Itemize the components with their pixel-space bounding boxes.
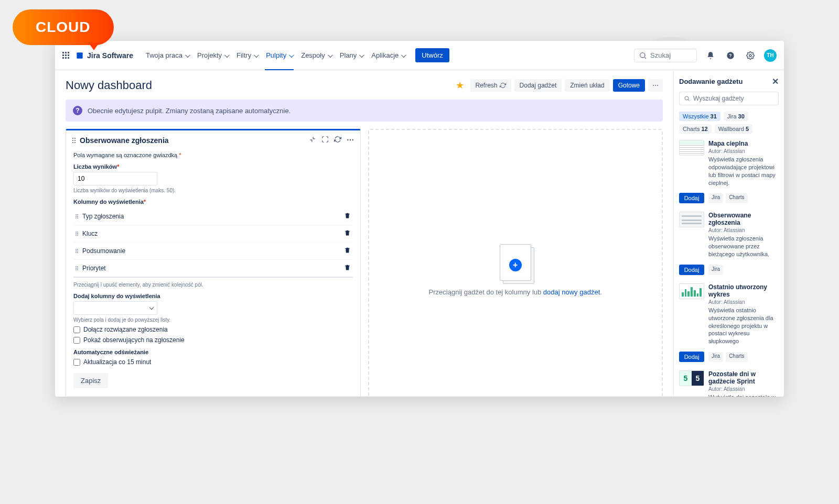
chevron-down-icon bbox=[327, 51, 331, 59]
nav-item-plany[interactable]: Plany bbox=[336, 41, 368, 70]
gadget-library-item: 55Pozostałe dni w gadżecie SprintAutor: … bbox=[679, 370, 779, 397]
trash-icon[interactable] bbox=[344, 247, 351, 255]
gadget-name: Mapa cieplna bbox=[708, 140, 779, 147]
results-input[interactable] bbox=[73, 172, 157, 185]
close-icon[interactable]: ✕ bbox=[772, 76, 779, 86]
gadget-category-tag: Charts bbox=[726, 193, 747, 203]
filter-tag-wallboard[interactable]: Wallboard 5 bbox=[715, 124, 752, 134]
change-layout-button[interactable]: Zmień układ bbox=[565, 79, 609, 92]
gadget-category-tag: Jira bbox=[708, 193, 723, 203]
more-actions-button[interactable]: ⋯ bbox=[648, 79, 663, 92]
settings-icon[interactable] bbox=[744, 49, 757, 62]
gadget-name: Obserwowane zgłoszenia bbox=[708, 212, 779, 226]
update-15-label: Aktualizacja co 15 minut bbox=[83, 358, 151, 366]
user-avatar[interactable]: TH bbox=[764, 49, 777, 62]
show-watchers-label: Pokaż obserwujących na zgłoszenie bbox=[83, 336, 185, 344]
trash-icon[interactable] bbox=[344, 229, 351, 238]
app-switcher-icon[interactable] bbox=[62, 52, 69, 59]
gadget-more-icon[interactable]: ⋯ bbox=[347, 136, 354, 145]
add-gadget-button[interactable]: Dodaj gadżet bbox=[514, 79, 562, 92]
search-icon bbox=[684, 95, 690, 102]
refresh-icon bbox=[500, 82, 506, 89]
done-button[interactable]: Gotowe bbox=[613, 79, 645, 92]
gadget-author: Autor: Atlassian bbox=[708, 227, 779, 233]
column-label: Podsumowanie bbox=[82, 247, 125, 255]
save-button[interactable]: Zapisz bbox=[73, 373, 108, 388]
svg-point-0 bbox=[640, 52, 645, 57]
grip-icon[interactable] bbox=[76, 214, 78, 218]
trash-icon[interactable] bbox=[344, 264, 351, 272]
drag-handle-icon[interactable] bbox=[72, 138, 76, 143]
gadget-author: Autor: Atlassian bbox=[708, 148, 779, 154]
star-icon[interactable]: ★ bbox=[456, 80, 464, 91]
grip-icon[interactable] bbox=[76, 266, 78, 270]
chevron-down-icon bbox=[288, 51, 293, 59]
add-columns-help: Wybierz pola i dodaj je do powyższej lis… bbox=[73, 317, 353, 323]
add-new-gadget-link[interactable]: dodaj nowy gadżet bbox=[543, 288, 600, 296]
nav-item-pulpity[interactable]: Pulpity bbox=[262, 41, 297, 70]
filter-tag-wszystkie[interactable]: Wszystkie 31 bbox=[679, 112, 720, 121]
column-label: Klucz bbox=[82, 230, 98, 237]
gadget-title: Obserwowane zgłoszenia bbox=[80, 136, 169, 145]
gadget-category-tag: Jira bbox=[708, 352, 723, 362]
nav-item-zespoły[interactable]: Zespoły bbox=[297, 41, 336, 70]
required-hint: Pola wymagane są oznaczone gwiazdką bbox=[73, 152, 177, 158]
help-icon[interactable]: ? bbox=[724, 49, 737, 62]
main-panel: Nowy dashboard ★ Refresh Dodaj gadżet Zm… bbox=[55, 70, 674, 397]
empty-gadget-column[interactable]: + Przeciągnij gadżet do tej kolumny lub … bbox=[368, 129, 663, 397]
maximize-icon[interactable] bbox=[321, 136, 329, 145]
column-item: Klucz bbox=[73, 225, 353, 243]
nav-item-twoja-praca[interactable]: Twoja praca bbox=[142, 41, 193, 70]
page-title: Nowy dashboard bbox=[66, 79, 152, 92]
dropzone-text-suffix: . bbox=[600, 288, 602, 296]
grip-icon[interactable] bbox=[76, 249, 78, 253]
add-gadget-button[interactable]: Dodaj bbox=[679, 352, 704, 362]
info-icon: ? bbox=[73, 106, 82, 115]
add-gadget-button[interactable]: Dodaj bbox=[679, 265, 704, 275]
filter-tag-jira[interactable]: Jira 30 bbox=[724, 112, 748, 121]
refresh-button[interactable]: Refresh bbox=[470, 79, 511, 92]
add-columns-select[interactable] bbox=[73, 301, 157, 315]
create-button[interactable]: Utwórz bbox=[415, 48, 449, 62]
gadget-name: Pozostałe dni w gadżecie Sprint bbox=[708, 370, 779, 385]
svg-point-5 bbox=[685, 96, 689, 100]
jira-logo[interactable]: Jira Software bbox=[76, 51, 133, 60]
app-window: Jira Software Twoja pracaProjektyFiltryP… bbox=[55, 41, 784, 397]
include-resolved-checkbox[interactable] bbox=[73, 326, 80, 333]
gadget-library-item: Obserwowane zgłoszeniaAutor: AtlassianWy… bbox=[679, 212, 779, 275]
global-search[interactable]: Szukaj bbox=[634, 49, 697, 62]
drop-illustration: + bbox=[500, 244, 531, 281]
cloud-badge: CLOUD bbox=[13, 9, 114, 45]
side-panel-title: Dodawanie gadżetu bbox=[679, 78, 743, 85]
column-label: Priorytet bbox=[82, 265, 106, 272]
show-watchers-checkbox[interactable] bbox=[73, 337, 80, 344]
nav-item-aplikacje[interactable]: Aplikacje bbox=[367, 41, 409, 70]
chevron-down-icon bbox=[358, 51, 363, 59]
gadget-description: Wyświetla dni pozostałe w sprincie (obsł… bbox=[708, 393, 779, 397]
add-gadget-button[interactable]: Dodaj bbox=[679, 193, 704, 203]
nav-item-projekty[interactable]: Projekty bbox=[193, 41, 232, 70]
gadget-author: Autor: Atlassian bbox=[708, 299, 779, 305]
gadget-search[interactable]: Wyszukaj gadżety bbox=[679, 92, 779, 105]
column-item: Typ zgłoszenia bbox=[73, 208, 353, 225]
gadget-thumbnail bbox=[679, 283, 704, 299]
jira-mark-icon bbox=[74, 49, 86, 61]
gadget-thumbnail: 55 bbox=[679, 370, 704, 386]
trash-icon[interactable] bbox=[344, 212, 351, 221]
nav-item-filtry[interactable]: Filtry bbox=[232, 41, 262, 70]
minimize-icon[interactable] bbox=[309, 136, 316, 145]
update-15-checkbox[interactable] bbox=[73, 359, 80, 366]
info-banner-text: Obecnie edytujesz pulpit. Zmiany zostaną… bbox=[88, 107, 291, 115]
gadget-thumbnail bbox=[679, 212, 704, 227]
refresh-gadget-icon[interactable] bbox=[334, 136, 341, 145]
gadget-card: Obserwowane zgłoszenia ⋯ bbox=[66, 129, 361, 397]
filter-tag-charts[interactable]: Charts 12 bbox=[679, 124, 712, 134]
svg-point-4 bbox=[749, 54, 751, 57]
notifications-icon[interactable] bbox=[704, 49, 717, 62]
top-nav: Jira Software Twoja pracaProjektyFiltryP… bbox=[55, 41, 784, 70]
auto-refresh-label: Automatyczne odświeżanie bbox=[73, 349, 353, 355]
column-label: Typ zgłoszenia bbox=[82, 213, 124, 220]
search-placeholder: Szukaj bbox=[650, 51, 671, 59]
grip-icon[interactable] bbox=[76, 232, 78, 236]
column-item: Podsumowanie bbox=[73, 243, 353, 260]
